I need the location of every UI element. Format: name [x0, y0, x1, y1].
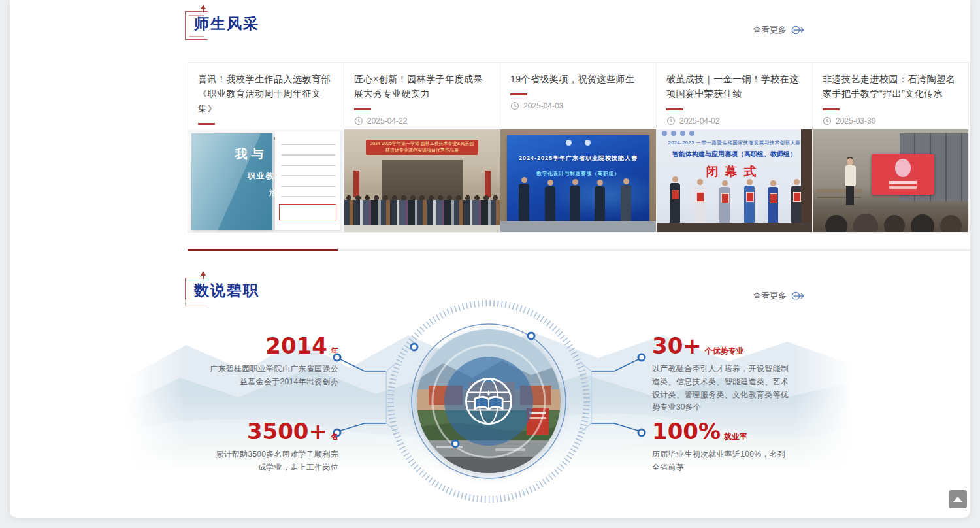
arrow-circle-icon — [791, 25, 806, 35]
presenter-head — [847, 158, 853, 165]
news-date: 2025-04-02 — [679, 116, 719, 125]
title-underline — [823, 108, 840, 110]
stat-description: 历届毕业生初次就业率近100%，名列全省前茅 — [652, 448, 791, 474]
news-card-4[interactable]: 破茧成技｜一金一铜！学校在这项国赛中荣获佳绩 2025-04-02 2024-2… — [656, 62, 813, 233]
carousel-scrollbar-thumb[interactable] — [188, 249, 338, 251]
news-title: 破茧成技｜一金一铜！学校在这项国赛中荣获佳绩 — [666, 72, 802, 101]
toc-highlight-box — [279, 204, 336, 220]
audience-head — [911, 214, 934, 232]
audience-head — [853, 214, 878, 232]
news-card-list: 喜讯！我校学生作品入选教育部《职业教育活动周十周年征文集》 2025-06-04… — [188, 62, 972, 233]
stat-description: 广东碧桂园职业学院由广东省国强公益基金会于2014年出资创办 — [208, 363, 338, 389]
competition-banner-line2: 数字化设计与制造赛项（高职组） — [500, 171, 656, 177]
stat-unit: 就业率 — [724, 432, 747, 441]
stat-founding-year: 2014年 广东碧桂园职业学院由广东省国强公益基金会于2014年出资创办 — [208, 335, 338, 389]
sponsor-logos — [657, 129, 812, 140]
title-arrow-decoration — [201, 5, 206, 9]
photo-figure — [621, 178, 631, 222]
news-photo-group: 2024-2025学年第一学期 园林工程技术专业&风景园林设计专业课程实训项目优… — [344, 129, 500, 232]
clock-icon — [510, 101, 519, 110]
title-underline — [198, 123, 215, 125]
stat-unit: 年 — [331, 346, 338, 355]
ground — [344, 225, 500, 232]
stat-employment-rate: 100%就业率 历届毕业生初次就业率近100%，名列全省前茅 — [652, 420, 791, 474]
news-title: 非遗技艺走进校园：石湾陶塑名家手把手教学“捏出”文化传承 — [823, 72, 958, 101]
stat-value: 100% — [652, 418, 721, 444]
stat-value: 30+ — [652, 333, 702, 359]
photo-figure — [768, 180, 778, 223]
presenter-legs — [846, 186, 854, 205]
news-card-2[interactable]: 匠心×创新！园林学子年度成果展大秀专业硬实力 2025-04-22 2024-2… — [344, 62, 500, 233]
news-photo-competition: 2024-2025学年广东省职业院校技能大赛 数字化设计与制造赛项（高职组） — [500, 129, 656, 232]
stage-floor — [657, 223, 812, 232]
stat-value: 3500+ — [247, 418, 327, 444]
book-toc-page — [275, 131, 340, 230]
faculty-view-more-link[interactable]: 查看更多 — [753, 24, 806, 36]
news-card-1[interactable]: 喜讯！我校学生作品入选教育部《职业教育活动周十周年征文集》 2025-06-04… — [188, 62, 344, 233]
photo-figure — [719, 180, 730, 223]
audience-head — [825, 215, 847, 232]
stage-curtain — [801, 129, 812, 232]
stat-unit: 名 — [331, 432, 338, 441]
stat-value: 2014 — [265, 333, 327, 359]
clock-icon — [354, 116, 363, 125]
photo-figure — [595, 180, 605, 222]
audience-head — [940, 215, 962, 232]
news-card-5[interactable]: 非遗技艺走进校园：石湾陶塑名家手把手教学“捏出”文化传承 2025-03-30 — [812, 62, 969, 233]
book-cover-title-1: 我与 — [235, 146, 267, 163]
stat-students-helped: 3500+名 累计帮助3500多名困难学子顺利完成学业，走上工作岗位 — [208, 420, 338, 474]
news-title: 匠心×创新！园林学子年度成果展大秀专业硬实力 — [354, 72, 490, 101]
title-underline — [354, 108, 371, 110]
stat-description: 以产教融合牵引人才培养，开设智能制造类、信息技术类、智能建造类、艺术设计类、管理… — [652, 363, 791, 414]
stat-description: 累计帮助3500多名困难学子顺利完成学业，走上工作岗位 — [208, 448, 338, 474]
ceremony-banner-line2: 智能体构建与应用赛项（高职组、教师组） — [657, 150, 812, 159]
news-date: 2025-04-03 — [523, 101, 563, 110]
photo-figure — [519, 177, 529, 222]
news-title: 喜讯！我校学生作品入选教育部《职业教育活动周十周年征文集》 — [198, 72, 334, 116]
audience-head — [884, 215, 905, 232]
ceremony-banner-line1: 2024-2025 一带一路暨金砖国家技能发展与技术创新大赛 — [657, 140, 812, 146]
exhibition-banner: 2024-2025学年第一学期 园林工程技术专业&风景园林设计专业课程实训项目优… — [366, 140, 478, 156]
toc-lines — [282, 139, 335, 206]
backdrop-logos — [559, 140, 596, 147]
title-underline — [666, 108, 683, 110]
ground — [500, 221, 656, 232]
clock-icon — [666, 116, 676, 125]
news-card-3[interactable]: 19个省级奖项，祝贺这些师生 2025-04-03 2024-2025学年广东省… — [500, 62, 657, 233]
clock-icon — [823, 116, 832, 125]
photo-figure — [744, 179, 755, 223]
up-arrow-icon — [953, 497, 962, 502]
title-arrow-decoration — [201, 271, 206, 276]
photo-figure — [570, 179, 580, 222]
back-to-top-button[interactable] — [949, 490, 967, 508]
stat-unit: 个优势专业 — [705, 346, 744, 355]
carousel-scrollbar[interactable] — [188, 249, 970, 251]
page: 师生风采 查看更多 喜讯！我校学生作品入选教育部《职业教育活动周十周年征文集》 … — [0, 0, 980, 528]
photo-figure — [670, 176, 680, 223]
news-title: 19个省级奖项，祝贺这些师生 — [510, 72, 646, 86]
photo-figure — [694, 179, 705, 223]
news-photo-book: 我与 职业教育 活动周 职业教育 活动周 十周年征文集 — [188, 129, 344, 232]
red-scroll-left — [353, 171, 359, 197]
competition-banner-line1: 2024-2025学年广东省职业院校技能大赛 — [500, 154, 656, 163]
presentation-screen — [872, 154, 934, 195]
stats-section-title-text: 数说碧职 — [194, 282, 259, 299]
faculty-view-more-label: 查看更多 — [753, 24, 787, 36]
faculty-section-title-text: 师生风采 — [194, 15, 259, 32]
presenter-body — [845, 165, 856, 186]
news-photo-ceremony: 2024-2025 一带一路暨金砖国家技能发展与技术创新大赛 智能体构建与应用赛… — [657, 129, 812, 232]
faculty-section-title: 师生风采 — [188, 13, 259, 34]
title-underline — [510, 93, 527, 95]
news-date: 2025-04-22 — [367, 116, 407, 125]
photo-figure — [791, 179, 802, 223]
photo-figure — [545, 180, 555, 222]
news-photo-classroom — [813, 129, 968, 232]
table — [816, 189, 862, 193]
red-scroll-right — [485, 171, 490, 197]
news-date: 2025-03-30 — [836, 116, 875, 125]
stat-majors: 30+个优势专业 以产教融合牵引人才培养，开设智能制造类、信息技术类、智能建造类… — [652, 335, 791, 414]
